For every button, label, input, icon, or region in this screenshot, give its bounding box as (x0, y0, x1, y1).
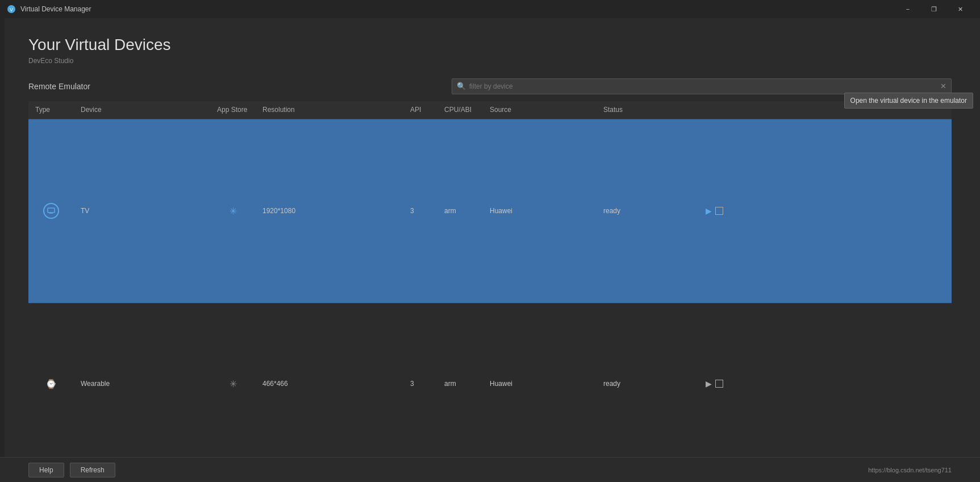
restore-button[interactable]: ❐ (921, 0, 947, 18)
app-icon: V (7, 5, 16, 14)
col-header-type: Type (28, 101, 74, 119)
search-icon: 🔍 (457, 82, 466, 90)
snowflake-icon-inactive: ✳ (230, 379, 237, 389)
filter-input[interactable] (469, 82, 940, 90)
page-subtitle: DevEco Studio (28, 57, 952, 65)
appstore-icon-wearable: ✳ (217, 379, 249, 389)
svg-rect-2 (48, 208, 55, 213)
refresh-button[interactable]: Refresh (70, 463, 115, 477)
cell-source-wearable: Huawei (483, 303, 597, 464)
watch-icon: ⌚ (45, 379, 57, 389)
cell-type-wearable: ⌚ (28, 303, 74, 464)
action-buttons-tv: ▶ (706, 206, 945, 215)
filter-container: 🔍 ✕ (452, 78, 952, 94)
cell-status-tv: ready (597, 119, 699, 304)
col-header-source: Source (483, 101, 597, 119)
footer: Help Refresh https://blog.csdn.net/tseng… (0, 457, 980, 482)
table-row[interactable]: ⌚ Wearable ✳ 466*466 3 arm Huawei ready … (28, 303, 952, 464)
main-content: Your Virtual Devices DevEco Studio Remot… (0, 18, 980, 482)
table-header-row: Type Device App Store Resolution API CPU… (28, 101, 952, 119)
section-title: Remote Emulator (28, 82, 90, 91)
wearable-type-icon: ⌚ (35, 379, 67, 389)
svg-text:V: V (10, 7, 13, 13)
cell-resolution-wearable: 466*466 (256, 303, 403, 464)
tv-type-icon (35, 203, 67, 219)
table-row[interactable]: TV ✳ 1920*1080 3 arm Huawei ready ▶ (28, 119, 952, 304)
footer-buttons: Help Refresh (28, 463, 115, 477)
device-table: Type Device App Store Resolution API CPU… (28, 101, 952, 465)
title-bar-left: V Virtual Device Manager (7, 5, 91, 14)
close-button[interactable]: ✕ (947, 0, 973, 18)
col-header-status: Status (597, 101, 699, 119)
play-button-wearable[interactable]: ▶ (706, 379, 712, 388)
tv-icon-circle (43, 203, 59, 219)
stop-button-wearable[interactable] (715, 380, 723, 388)
minimize-button[interactable]: − (895, 0, 921, 18)
cell-resolution-tv: 1920*1080 (256, 119, 403, 304)
title-bar: V Virtual Device Manager − ❐ ✕ (0, 0, 980, 18)
section-header: Remote Emulator 🔍 ✕ (28, 78, 952, 94)
action-buttons-wearable: ▶ (706, 379, 945, 388)
cell-device-tv: TV (74, 119, 210, 304)
appstore-icon-tv: ✳ (217, 206, 249, 217)
filter-clear-icon[interactable]: ✕ (940, 82, 946, 90)
snowflake-icon-active: ✳ (230, 206, 237, 217)
footer-link: https://blog.csdn.net/tseng711 (868, 467, 952, 473)
cell-api-tv: 3 (403, 119, 437, 304)
col-header-api: API (403, 101, 437, 119)
tooltip-box: Open the virtual device in the emulator (844, 93, 973, 109)
cell-api-wearable: 3 (403, 303, 437, 464)
cell-source-tv: Huawei (483, 119, 597, 304)
cell-type-tv (28, 119, 74, 304)
page-title: Your Virtual Devices (28, 35, 952, 55)
tooltip-text: Open the virtual device in the emulator (850, 97, 967, 105)
cell-actions-wearable: ▶ (699, 303, 952, 464)
col-header-appstore: App Store (210, 101, 256, 119)
left-sidebar-strip (0, 18, 5, 482)
title-bar-controls: − ❐ ✕ (895, 0, 973, 18)
stop-button-tv[interactable] (715, 207, 723, 215)
col-header-device: Device (74, 101, 210, 119)
col-header-resolution: Resolution (256, 101, 403, 119)
cell-appstore-wearable: ✳ (210, 303, 256, 464)
help-button[interactable]: Help (28, 463, 64, 477)
cell-device-wearable: Wearable (74, 303, 210, 464)
cell-cpu-wearable: arm (437, 303, 483, 464)
cell-actions-tv: ▶ (699, 119, 952, 304)
cell-cpu-tv: arm (437, 119, 483, 304)
cell-status-wearable: ready (597, 303, 699, 464)
play-button-tv[interactable]: ▶ (706, 206, 712, 215)
title-bar-title: Virtual Device Manager (20, 5, 91, 13)
col-header-cpu: CPU/ABI (437, 101, 483, 119)
cell-appstore-tv: ✳ (210, 119, 256, 304)
